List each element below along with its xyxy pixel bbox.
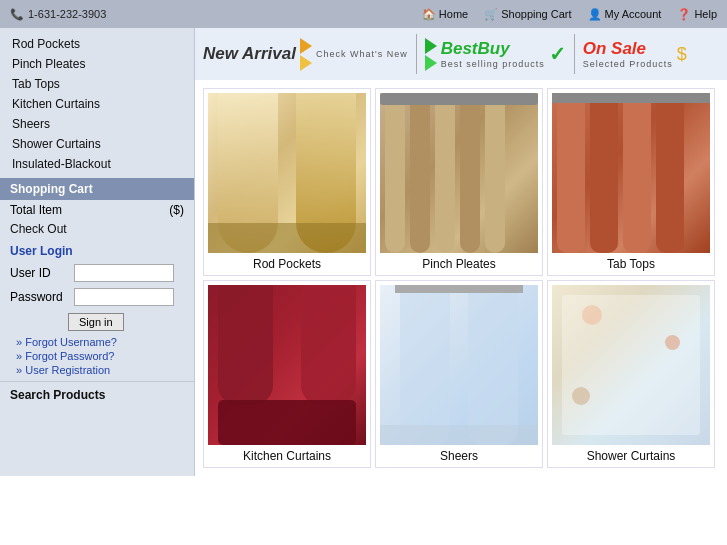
search-products-title: Search Products — [0, 381, 194, 405]
product-rod-pockets[interactable]: Rod Pockets — [203, 88, 371, 276]
userid-row: User ID — [0, 261, 194, 285]
product-shower-curtains[interactable]: Shower Curtains — [547, 280, 715, 468]
arrow-icon-1 — [300, 38, 312, 54]
product-image-rod-pockets — [208, 93, 366, 253]
shopping-cart-section: Shopping Cart — [0, 178, 194, 200]
home-icon: 🏠 — [422, 8, 436, 21]
bestbuy-arrows — [425, 38, 437, 71]
phone-number: 📞 1-631-232-3903 — [10, 8, 106, 21]
sidebar-item-insulated-blackout[interactable]: Insulated-Blackout — [0, 154, 194, 174]
product-label-kitchen-curtains: Kitchen Curtains — [208, 449, 366, 463]
bestbuy-title: BestBuy — [441, 39, 545, 59]
forgot-password-link[interactable]: Forgot Password? — [0, 349, 194, 363]
product-grid: Rod Pockets Pinch Pleates — [195, 80, 727, 476]
user-registration-link[interactable]: User Registration — [0, 363, 194, 377]
product-label-sheers: Sheers — [380, 449, 538, 463]
product-image-tab-tops — [552, 93, 710, 253]
bestbuy-arrow-2 — [425, 55, 437, 71]
product-image-shower-curtains — [552, 285, 710, 445]
sidebar-item-rod-pockets[interactable]: Rod Pockets — [0, 34, 194, 54]
banner-divider-1 — [416, 34, 417, 74]
product-tab-tops[interactable]: Tab Tops — [547, 88, 715, 276]
onsale-sub: Selected Products — [583, 59, 673, 69]
product-image-sheers — [380, 285, 538, 445]
sidebar-item-kitchen-curtains[interactable]: Kitchen Curtains — [0, 94, 194, 114]
sidebar-item-tab-tops[interactable]: Tab Tops — [0, 74, 194, 94]
product-label-rod-pockets: Rod Pockets — [208, 257, 366, 271]
onsale-section: On Sale Selected Products $ — [583, 39, 687, 69]
banner-divider-2 — [574, 34, 575, 74]
new-arrival-sub: Check What's New — [316, 49, 408, 59]
checkmark-icon: ✓ — [549, 42, 566, 66]
nav-home[interactable]: 🏠 Home — [422, 8, 468, 21]
product-pinch-pleates[interactable]: Pinch Pleates — [375, 88, 543, 276]
userid-input[interactable] — [74, 264, 174, 282]
top-nav: 🏠 Home 🛒 Shopping Cart 👤 My Account ❓ He… — [422, 8, 717, 21]
bestbuy-section: BestBuy Best selling products ✓ — [425, 38, 566, 71]
main-content: New Arrival Check What's New BestBuy — [195, 28, 727, 476]
product-kitchen-curtains[interactable]: Kitchen Curtains — [203, 280, 371, 468]
nav-shopping-cart[interactable]: 🛒 Shopping Cart — [484, 8, 571, 21]
layout: Rod Pockets Pinch Pleates Tab Tops Kitch… — [0, 28, 727, 476]
product-label-shower-curtains: Shower Curtains — [552, 449, 710, 463]
forgot-username-link[interactable]: Forgot Username? — [0, 335, 194, 349]
checkout-link[interactable]: Check Out — [0, 220, 194, 238]
arrow-icon-2 — [300, 55, 312, 71]
nav-help[interactable]: ❓ Help — [677, 8, 717, 21]
product-label-pinch-pleates: Pinch Pleates — [380, 257, 538, 271]
user-login-title: User Login — [0, 238, 194, 261]
sidebar-item-shower-curtains[interactable]: Shower Curtains — [0, 134, 194, 154]
new-arrival-section: New Arrival Check What's New — [203, 38, 408, 71]
product-image-kitchen-curtains — [208, 285, 366, 445]
password-input[interactable] — [74, 288, 174, 306]
product-image-pinch-pleates — [380, 93, 538, 253]
bestbuy-sub: Best selling products — [441, 59, 545, 69]
password-row: Password — [0, 285, 194, 309]
onsale-title: On Sale — [583, 39, 673, 59]
help-icon: ❓ — [677, 8, 691, 21]
sidebar: Rod Pockets Pinch Pleates Tab Tops Kitch… — [0, 28, 195, 476]
top-bar: 📞 1-631-232-3903 🏠 Home 🛒 Shopping Cart … — [0, 0, 727, 28]
password-label: Password — [10, 290, 68, 304]
signin-button[interactable]: Sign in — [68, 313, 124, 331]
nav-my-account[interactable]: 👤 My Account — [588, 8, 662, 21]
banner: New Arrival Check What's New BestBuy — [195, 28, 727, 80]
bestbuy-text-block: BestBuy Best selling products — [441, 39, 545, 69]
product-sheers[interactable]: Sheers — [375, 280, 543, 468]
bestbuy-arrow-1 — [425, 38, 437, 54]
sidebar-item-pinch-pleates[interactable]: Pinch Pleates — [0, 54, 194, 74]
userid-label: User ID — [10, 266, 68, 280]
cart-icon: 🛒 — [484, 8, 498, 21]
dollar-icon: $ — [677, 44, 687, 65]
banner-text-new-arrival: New Arrival — [203, 44, 296, 64]
onsale-text-block: On Sale Selected Products — [583, 39, 673, 69]
phone-icon: 📞 — [10, 8, 24, 21]
new-arrival-arrows — [300, 38, 312, 71]
product-label-tab-tops: Tab Tops — [552, 257, 710, 271]
total-item-row: Total Item ($) — [0, 200, 194, 220]
sidebar-item-sheers[interactable]: Sheers — [0, 114, 194, 134]
account-icon: 👤 — [588, 8, 602, 21]
